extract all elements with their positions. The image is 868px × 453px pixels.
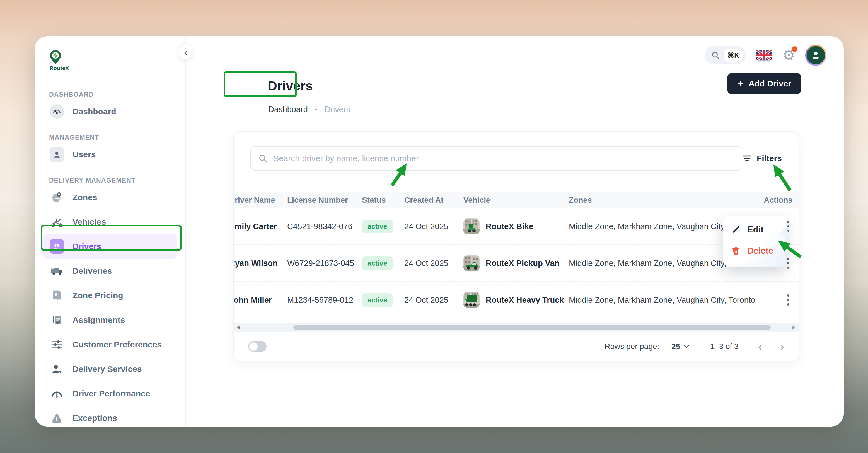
sidebar-item-dashboard[interactable]: Dashboard — [49, 99, 177, 124]
menu-item-delete[interactable]: Delete — [723, 240, 786, 261]
chevron-left-icon: ‹ — [184, 46, 187, 58]
col-actions: Actions — [758, 196, 799, 205]
dense-toggle[interactable] — [248, 341, 267, 352]
vehicle-photo-heavy-truck — [463, 292, 479, 308]
truck-icon — [49, 266, 65, 276]
status-badge: active — [362, 220, 393, 233]
vehicle-photo-pickup-van — [463, 255, 479, 271]
scroll-left-arrow-icon[interactable] — [237, 325, 240, 330]
breadcrumb-current: Drivers — [324, 105, 350, 114]
svg-text:i: i — [56, 417, 57, 422]
global-search-button[interactable]: ⌘K — [705, 46, 746, 64]
speedometer-icon — [49, 389, 65, 399]
sidebar-item-deliveries[interactable]: Deliveries — [49, 259, 177, 283]
page-title: Drivers — [268, 78, 313, 93]
user-avatar[interactable] — [805, 44, 827, 66]
sliders-icon — [49, 339, 65, 350]
sidebar-item-vehicles[interactable]: Vehicles — [49, 209, 177, 234]
scrollbar-thumb[interactable] — [293, 325, 771, 330]
horizontal-scrollbar[interactable] — [234, 323, 799, 332]
logo-wordmark: RouteX — [50, 65, 185, 71]
row-actions-menu: Edit Delete — [723, 216, 786, 266]
receipt-dollar-icon: $ — [49, 290, 65, 301]
notification-dot — [792, 46, 798, 52]
sidebar-item-zones[interactable]: Zones — [49, 185, 177, 209]
user-icon — [50, 147, 64, 162]
col-status: Status — [362, 196, 404, 205]
drivers-card-icon — [50, 239, 64, 254]
search-icon — [711, 51, 720, 60]
breadcrumb: Dashboard • Drivers — [268, 105, 350, 114]
app-logo[interactable]: RouteX — [49, 44, 185, 81]
sidebar-collapse-button[interactable]: ‹ — [178, 44, 194, 60]
sidebar: RouteX DASHBOARD Dashboard MANAGEMENT Us… — [35, 36, 186, 426]
table-header: Driver Name License Number Status Create… — [234, 192, 799, 208]
language-flag-uk[interactable] — [756, 50, 772, 61]
search-icon — [258, 154, 268, 163]
sidebar-item-users[interactable]: Users — [49, 142, 177, 167]
drivers-table-card: Filters Driver Name License Number Statu… — [233, 131, 799, 361]
row-actions-kebab[interactable] — [784, 292, 793, 308]
person-question-icon: ? — [49, 363, 65, 375]
section-label-dashboard: DASHBOARD — [49, 91, 185, 99]
sidebar-item-delivery-services[interactable]: ? Delivery Services — [49, 357, 177, 381]
menu-item-edit[interactable]: Edit — [723, 219, 786, 240]
section-label-delivery-management: DELIVERY MANAGEMENT — [49, 177, 185, 185]
scroll-right-arrow-icon[interactable] — [792, 325, 795, 330]
sidebar-item-customer-preferences[interactable]: Customer Preferences — [49, 332, 177, 357]
warning-info-icon: i — [49, 413, 65, 423]
section-label-management: MANAGEMENT — [49, 134, 185, 142]
svg-text:?: ? — [59, 370, 61, 375]
sidebar-item-driver-performance[interactable]: Driver Performance — [49, 381, 177, 406]
topbar: ⌘K ⚙ — [705, 44, 827, 66]
shortcut-badge: ⌘K — [724, 49, 743, 62]
table-row[interactable]: Ryan Wilson W6729-21873-045 active 24 Oc… — [234, 245, 799, 282]
plus-icon: + — [737, 78, 743, 90]
vehicle-photo-bike — [463, 218, 479, 234]
table-row[interactable]: John Miller M1234-56789-012 active 24 Oc… — [234, 282, 799, 318]
settings-button[interactable]: ⚙ — [782, 48, 795, 62]
pencil-icon — [732, 226, 740, 234]
scooter-icon — [49, 216, 65, 227]
filter-lines-icon — [742, 155, 752, 162]
sidebar-item-exceptions[interactable]: i Exceptions — [49, 406, 177, 430]
status-badge: active — [362, 293, 393, 307]
logo-pin-icon — [49, 50, 62, 65]
trash-icon — [732, 247, 740, 255]
app-window: RouteX DASHBOARD Dashboard MANAGEMENT Us… — [35, 36, 844, 426]
rows-per-page-select[interactable]: 25 — [672, 342, 689, 351]
globe-pin-icon — [49, 191, 65, 203]
col-zones: Zones — [569, 196, 758, 205]
rows-per-page-label: Rows per page: — [604, 342, 659, 351]
gauge-icon — [50, 104, 64, 119]
driver-search-input[interactable] — [273, 154, 735, 163]
prev-page-button[interactable]: ‹ — [758, 341, 762, 353]
sidebar-item-assignments[interactable]: Assignments — [49, 308, 177, 332]
pagination-range: 1–3 of 3 — [710, 342, 738, 351]
filters-button[interactable]: Filters — [742, 154, 782, 163]
sidebar-item-drivers[interactable]: Drivers — [42, 234, 177, 259]
avatar-person-icon — [811, 50, 821, 61]
add-driver-button[interactable]: + Add Driver — [727, 73, 801, 94]
next-page-button[interactable]: › — [780, 341, 784, 353]
driver-search-field[interactable] — [250, 146, 742, 171]
breadcrumb-dashboard[interactable]: Dashboard — [268, 105, 308, 114]
col-vehicle: Vehicle — [463, 196, 569, 205]
table-row[interactable]: Emily Carter C4521-98342-076 active 24 O… — [234, 208, 799, 245]
table-footer: Rows per page: 25 1–3 of 3 ‹ › — [234, 332, 799, 361]
sidebar-item-zone-pricing[interactable]: $ Zone Pricing — [49, 283, 177, 308]
breadcrumb-separator: • — [315, 106, 317, 114]
col-license-number: License Number — [287, 196, 362, 205]
svg-text:$: $ — [55, 292, 57, 297]
status-badge: active — [362, 256, 393, 270]
col-driver-name: Driver Name — [234, 196, 287, 205]
col-created-at: Created At — [404, 196, 463, 205]
chevron-down-icon — [683, 345, 689, 349]
clipboard-pen-icon — [49, 314, 65, 326]
